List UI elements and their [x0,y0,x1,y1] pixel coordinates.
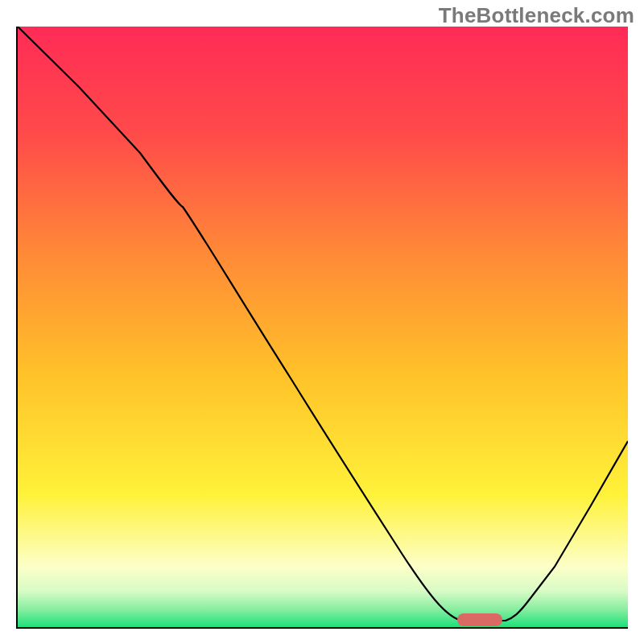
chart-canvas: TheBottleneck.com [0,0,644,644]
watermark-text: TheBottleneck.com [439,3,634,28]
svg-rect-0 [18,27,628,627]
plot-background [18,27,628,627]
optimal-region-marker [457,613,502,626]
